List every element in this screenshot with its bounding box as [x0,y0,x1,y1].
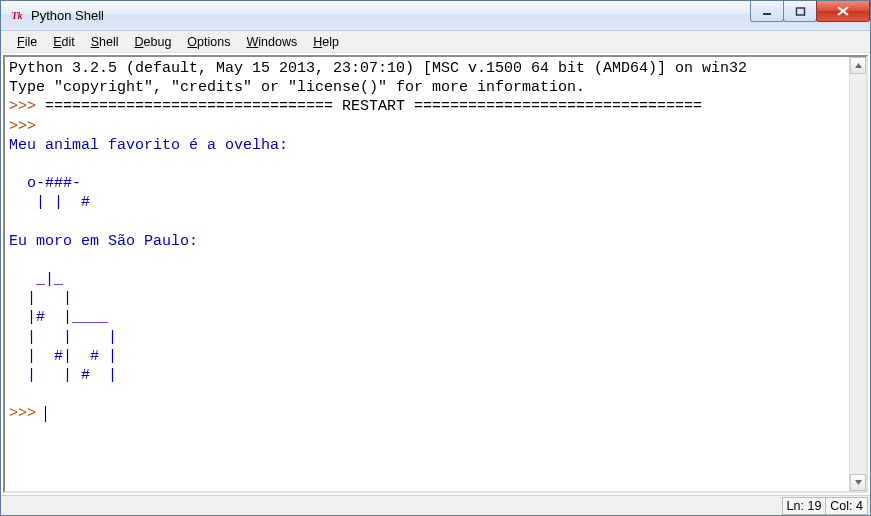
output-line: | | # | [9,367,117,384]
output-line: |# |____ [9,309,108,326]
output-line: | | # [9,194,90,211]
menu-file[interactable]: File [9,33,45,51]
titlebar[interactable]: Tk Python Shell [1,1,870,31]
statusbar: Ln: 19 Col: 4 [1,495,870,515]
prompt: >>> [9,98,45,115]
close-icon [836,5,850,17]
minimize-icon [762,6,773,17]
app-icon: Tk [9,8,25,24]
python-shell-window: Tk Python Shell File Edit [0,0,871,516]
svg-rect-1 [796,8,804,15]
banner-line: Python 3.2.5 (default, May 15 2013, 23:0… [9,60,747,77]
output-line: o-###- [9,175,81,192]
menu-edit[interactable]: Edit [45,33,83,51]
menu-shell[interactable]: Shell [83,33,127,51]
chevron-up-icon [854,61,863,70]
svg-marker-4 [855,63,862,68]
output-line: Eu moro em São Paulo: [9,233,198,250]
vertical-scrollbar[interactable] [849,57,866,491]
svg-marker-5 [855,480,862,485]
menu-debug[interactable]: Debug [127,33,180,51]
scroll-up-button[interactable] [850,57,866,74]
status-line: Ln: 19 [782,497,827,515]
menu-windows[interactable]: Windows [238,33,305,51]
maximize-icon [795,6,806,17]
output-line: | | [9,290,72,307]
menu-help[interactable]: Help [305,33,347,51]
shell-frame: Python 3.2.5 (default, May 15 2013, 23:0… [3,55,868,493]
chevron-down-icon [854,478,863,487]
output-line: | | | [9,329,117,346]
prompt: >>> [9,118,45,135]
shell-output[interactable]: Python 3.2.5 (default, May 15 2013, 23:0… [5,57,849,491]
window-title: Python Shell [31,8,104,23]
maximize-button[interactable] [783,1,817,22]
scroll-down-button[interactable] [850,474,866,491]
output-line: _|_ [9,271,63,288]
menubar: File Edit Shell Debug Options Windows He… [1,31,870,53]
minimize-button[interactable] [750,1,784,22]
banner-line: Type "copyright", "credits" or "license(… [9,79,585,96]
close-button[interactable] [816,1,870,22]
window-controls [750,1,870,30]
scroll-track[interactable] [850,74,866,474]
prompt: >>> [9,405,45,422]
restart-marker: ================================ RESTART… [45,98,702,115]
menu-options[interactable]: Options [179,33,238,51]
text-cursor [45,406,46,422]
output-line: Meu animal favorito é a ovelha: [9,137,288,154]
status-col: Col: 4 [825,497,868,515]
output-line: | #| # | [9,348,117,365]
